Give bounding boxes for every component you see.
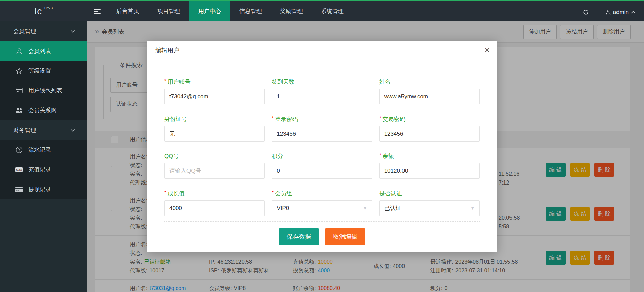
topbar-right: admin: [575, 2, 644, 22]
input-5[interactable]: [379, 126, 480, 142]
user-icon: [15, 48, 23, 55]
input-2[interactable]: [379, 89, 480, 104]
user-icon: [606, 9, 611, 15]
input-6[interactable]: [164, 163, 265, 179]
logo-version: TP5.3: [44, 6, 53, 10]
sidebar-item-6[interactable]: 流水记录: [0, 140, 87, 160]
sidebar-item-8[interactable]: 提现记录: [0, 179, 87, 199]
save-button[interactable]: 保存数据: [279, 228, 319, 245]
admin-menu[interactable]: admin: [597, 2, 644, 22]
sidebar-item-7[interactable]: PayPal 充值记录: [0, 160, 87, 179]
input-3[interactable]: [164, 126, 265, 142]
input-1[interactable]: [272, 89, 372, 104]
field-10: *会员组 VIP0▼: [272, 190, 372, 216]
field-9: *成长值: [164, 190, 265, 216]
close-icon[interactable]: ×: [485, 41, 490, 59]
svg-text:PayPal: PayPal: [16, 169, 22, 171]
chevron-down-icon: [70, 30, 75, 33]
input-4[interactable]: [272, 126, 372, 142]
sidebar-group-5[interactable]: 财务管理: [0, 120, 87, 140]
top-menu-item-1[interactable]: 项目管理: [148, 1, 189, 21]
field-6: QQ号: [164, 152, 265, 179]
sidebar-item-3[interactable]: 用户钱包列表: [0, 81, 87, 100]
field-7: 积分: [272, 152, 372, 179]
field-2: 姓名: [379, 78, 480, 104]
wallet-card-icon: [15, 87, 23, 94]
edit-user-modal: 编辑用户 × *用户账号 签到天数 姓名 身份证号 *登录密码: [147, 41, 497, 252]
top-menu: 后台首页 项目管理 用户中心 信息管理 奖励管理 系统管理: [107, 1, 353, 21]
modal-header: 编辑用户 ×: [147, 41, 497, 60]
paypal-icon: PayPal: [15, 166, 23, 173]
modal-title: 编辑用户: [155, 47, 179, 54]
required-asterisk: *: [272, 115, 274, 121]
logo-text: lc: [35, 6, 42, 17]
refresh-icon[interactable]: [575, 2, 597, 22]
top-menu-item-3[interactable]: 信息管理: [230, 1, 271, 21]
field-8: *余额: [379, 152, 480, 179]
select-10[interactable]: VIP0▼: [272, 200, 372, 216]
modal-body: *用户账号 签到天数 姓名 身份证号 *登录密码 *交易密码 Q: [147, 60, 497, 216]
admin-username: admin: [613, 9, 629, 16]
chevron-up-icon: [631, 11, 635, 14]
top-menu-item-0[interactable]: 后台首页: [107, 1, 148, 21]
input-8[interactable]: [379, 163, 480, 179]
field-11: 是否认证 已认证▼: [379, 190, 480, 216]
sidebar-submenu: 会员列表 等级设置 用户钱包列表 会员关系网: [0, 41, 87, 120]
sidebar-toggle-icon[interactable]: [87, 1, 107, 21]
sidebar-item-1[interactable]: 会员列表: [0, 41, 87, 61]
input-0[interactable]: [164, 89, 265, 104]
top-menu-item-2[interactable]: 用户中心: [189, 1, 230, 21]
card-icon: [15, 186, 23, 193]
top-menu-item-4[interactable]: 奖励管理: [271, 1, 312, 21]
input-7[interactable]: [272, 163, 372, 179]
star-icon: [15, 67, 23, 75]
top-menu-item-5[interactable]: 系统管理: [312, 1, 353, 21]
required-asterisk: *: [164, 189, 166, 195]
select-caret-icon: ▼: [470, 206, 475, 211]
field-3: 身份证号: [164, 115, 265, 142]
yen-circle-icon: [15, 146, 23, 154]
field-5: *交易密码: [379, 115, 480, 142]
users-icon: [15, 107, 23, 114]
field-4: *登录密码: [272, 115, 372, 142]
sidebar-submenu: 流水记录 PayPal 充值记录 提现记录: [0, 140, 87, 199]
sidebar-item-4[interactable]: 会员关系网: [0, 100, 87, 120]
sidebar: 会员管理 会员列表 等级设置 用户钱包列表 会员关系网 财务管理 流水记录 Pa…: [0, 21, 87, 292]
cancel-button[interactable]: 取消编辑: [325, 228, 365, 245]
select-caret-icon: ▼: [363, 206, 367, 211]
select-11[interactable]: 已认证▼: [379, 200, 480, 216]
required-asterisk: *: [272, 189, 274, 195]
input-9[interactable]: [164, 200, 265, 216]
required-asterisk: *: [164, 78, 166, 83]
field-1: 签到天数: [272, 78, 372, 104]
sidebar-item-2[interactable]: 等级设置: [0, 61, 87, 81]
modal-separator: [164, 221, 480, 222]
field-0: *用户账号: [164, 78, 265, 104]
top-navbar: lc TP5.3 后台首页 项目管理 用户中心 信息管理 奖励管理 系统管理 a…: [0, 0, 644, 21]
modal-footer: 保存数据 取消编辑: [147, 228, 497, 245]
required-asterisk: *: [379, 115, 381, 121]
required-asterisk: *: [379, 152, 381, 158]
sidebar-group-0[interactable]: 会员管理: [0, 21, 87, 41]
app-logo: lc TP5.3: [0, 1, 87, 21]
chevron-down-icon: [70, 129, 75, 132]
